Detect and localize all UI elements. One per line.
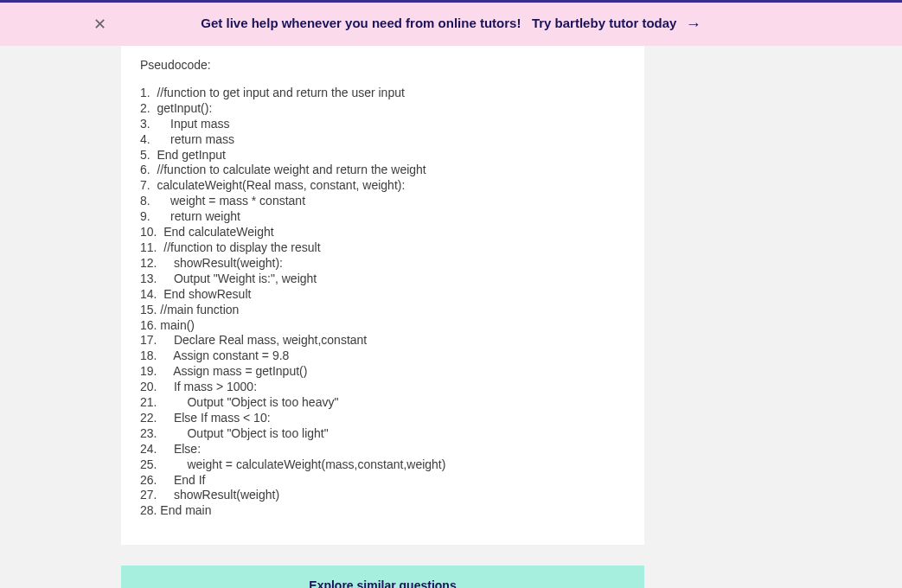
code-line: 14. End showResult: [140, 287, 625, 303]
code-line: 9. return weight: [140, 209, 625, 225]
code-line: 5. End getInput: [140, 148, 625, 163]
code-line: 4. return mass: [140, 132, 625, 148]
content-wrapper: Pseudocode: 1. //function to get input a…: [121, 46, 644, 545]
explore-similar-link[interactable]: Explore similar questions: [309, 578, 456, 588]
code-line: 25. weight = calculateWeight(mass,consta…: [140, 457, 625, 473]
close-icon[interactable]: ✕: [93, 15, 106, 34]
code-line: 15. //main function: [140, 303, 625, 318]
pseudocode-title: Pseudocode:: [140, 58, 625, 74]
code-line: 20. If mass > 1000:: [140, 380, 625, 395]
code-line: 3. Input mass: [140, 117, 625, 132]
code-line: 11. //function to display the result: [140, 240, 625, 256]
code-line: 28. End main: [140, 503, 625, 519]
promo-banner: ✕ Get live help whenever you need from o…: [0, 3, 902, 46]
pseudocode-card: Pseudocode: 1. //function to get input a…: [121, 46, 644, 545]
code-line: 17. Declare Real mass, weight,constant: [140, 333, 625, 348]
explore-banner: Explore similar questions: [121, 566, 644, 588]
code-line: 23. Output "Object is too light": [140, 426, 625, 442]
code-line: 18. Assign constant = 9.8: [140, 348, 625, 364]
code-line: 12. showResult(weight):: [140, 256, 625, 272]
code-line: 26. End If: [140, 473, 625, 489]
code-line: 21. Output "Object is too heavy": [140, 395, 625, 411]
code-line: 2. getInput():: [140, 101, 625, 117]
code-line: 27. showResult(weight): [140, 488, 625, 503]
banner-cta-text: [525, 16, 532, 30]
pseudocode-lines: 1. //function to get input and return th…: [140, 86, 625, 519]
code-line: 16. main(): [140, 318, 625, 334]
code-line: 8. weight = mass * constant: [140, 194, 625, 209]
code-line: 22. Else If mass < 10:: [140, 411, 625, 426]
code-line: 13. Output "Weight is:", weight: [140, 272, 625, 287]
code-line: 19. Assign mass = getInput(): [140, 364, 625, 380]
code-line: 6. //function to calculate weight and re…: [140, 163, 625, 178]
code-line: 7. calculateWeight(Real mass, constant, …: [140, 178, 625, 194]
banner-text-container[interactable]: Get live help whenever you need from onl…: [0, 16, 902, 34]
banner-cta-text: Try bartleby tutor today: [532, 16, 677, 30]
arrow-right-icon: →: [686, 16, 701, 34]
code-line: 1. //function to get input and return th…: [140, 86, 625, 101]
banner-main-text: Get live help whenever you need from onl…: [201, 16, 521, 30]
code-line: 24. Else:: [140, 442, 625, 457]
code-line: 10. End calculateWeight: [140, 225, 625, 240]
